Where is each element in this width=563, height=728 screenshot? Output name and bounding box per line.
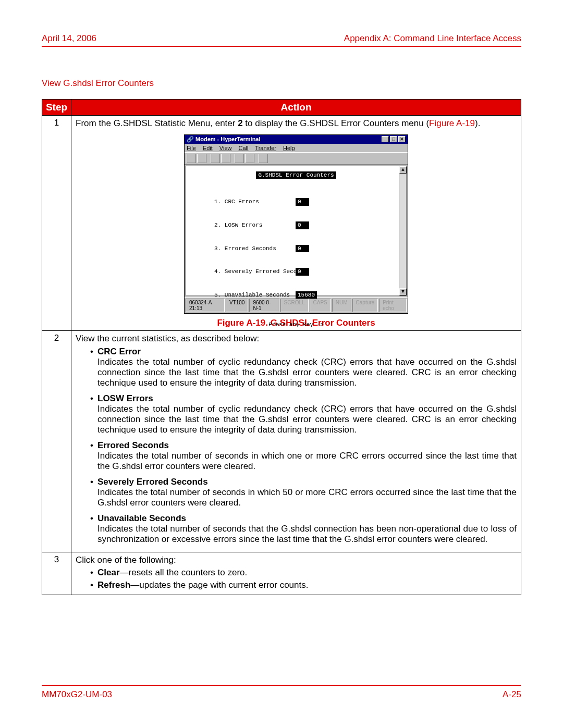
footer-rule	[42, 685, 521, 686]
menu-call[interactable]: Call	[239, 145, 249, 151]
list-item: Unavailable Seconds Indicates the total …	[90, 513, 517, 545]
th-step: Step	[42, 100, 71, 116]
menu-file[interactable]: File	[187, 145, 196, 151]
header-rule	[42, 46, 521, 47]
action-desc: —resets all the counters to zero.	[120, 567, 248, 577]
counter-label: 4. Severely Errored Seconds	[214, 268, 296, 276]
list-item: Clear—resets all the counters to zero.	[90, 567, 517, 578]
toolbar-call-icon[interactable]	[211, 154, 220, 163]
txt: to display the G.SHDSL Error Counters me…	[243, 118, 429, 128]
step-number: 2	[42, 330, 71, 552]
def-title: Errored Seconds	[97, 440, 517, 451]
counter-label: 5. Unavailable Seconds	[214, 291, 296, 299]
header-appendix: Appendix A: Command Line Interface Acces…	[344, 33, 521, 44]
hyperterminal-window: 🔗 Modem - HyperTerminal _ □ ✕ File Edit	[184, 134, 408, 314]
step-table: Step Action 1 From the G.SHDSL Statistic…	[42, 99, 521, 595]
txt: ).	[475, 118, 480, 128]
actions-list: Clear—resets all the counters to zero. R…	[76, 567, 517, 590]
counter-value: 0	[296, 198, 309, 206]
maximize-icon[interactable]: □	[390, 136, 397, 142]
table-row: 3 Click one of the following: Clear—rese…	[42, 552, 521, 595]
def-body: Indicates the total number of cyclic red…	[97, 357, 517, 388]
menubar: File Edit View Call Transfer Help	[185, 144, 408, 152]
counter-value: 0	[296, 221, 309, 229]
press-any-key: Press any key ->	[186, 322, 406, 328]
toolbar-hangup-icon[interactable]	[221, 154, 230, 163]
counter-label: 1. CRC Errors	[214, 198, 296, 206]
def-body: Indicates the total number of seconds in…	[97, 487, 517, 508]
action-name: Clear	[97, 567, 120, 577]
close-icon[interactable]: ✕	[398, 136, 406, 142]
app-icon: 🔗	[187, 136, 195, 142]
step-number: 3	[42, 552, 71, 595]
counter-value: 0	[296, 245, 309, 253]
def-body: Indicates the total number of seconds th…	[97, 524, 517, 545]
footer-page: A-25	[503, 689, 521, 700]
txt: From the G.SHDSL Statistic Menu, enter	[76, 118, 238, 128]
scroll-down-icon[interactable]: ▼	[399, 288, 407, 295]
list-item: Severely Errored Seconds Indicates the t…	[90, 477, 517, 508]
toolbar-properties-icon[interactable]	[259, 154, 268, 163]
counter-value: 0	[296, 268, 309, 276]
step1-text: From the G.SHDSL Statistic Menu, enter 2…	[76, 118, 517, 129]
menu-view[interactable]: View	[219, 145, 232, 151]
action-desc: —updates the page with current error cou…	[130, 580, 308, 590]
menu-help[interactable]: Help	[283, 145, 295, 151]
scrollbar[interactable]: ▲ ▼	[399, 166, 406, 295]
step3-intro: Click one of the following:	[76, 554, 517, 566]
toolbar-open-icon[interactable]	[197, 154, 206, 163]
toolbar-new-icon[interactable]	[187, 154, 196, 163]
counter-label: 3. Errored Seconds	[214, 245, 296, 253]
toolbar-send-icon[interactable]	[235, 154, 244, 163]
def-title: Severely Errored Seconds	[97, 477, 517, 487]
window-title: Modem - HyperTerminal	[195, 136, 261, 142]
action-name: Refresh	[97, 580, 130, 590]
terminal-heading: G.SHDSL Error Counters	[256, 171, 336, 179]
counter-value: 15680	[296, 291, 317, 299]
list-item: LOSW Errors Indicates the total number o…	[90, 393, 517, 435]
txt-bold: 2	[238, 118, 242, 128]
menu-transfer[interactable]: Transfer	[255, 145, 276, 151]
header-date: April 14, 2006	[42, 33, 96, 44]
step-number: 1	[42, 116, 71, 331]
def-body: Indicates the total number of seconds in…	[97, 451, 517, 472]
th-action: Action	[71, 100, 521, 116]
minimize-icon[interactable]: _	[382, 136, 389, 142]
list-item: Errored Seconds Indicates the total numb…	[90, 440, 517, 472]
def-title: CRC Error	[97, 347, 517, 357]
table-row: 1 From the G.SHDSL Statistic Menu, enter…	[42, 116, 521, 331]
section-title: View G.shdsl Error Counters	[42, 78, 521, 89]
definitions-list: CRC Error Indicates the total number of …	[76, 347, 517, 545]
def-title: Unavailable Seconds	[97, 513, 517, 524]
toolbar-receive-icon[interactable]	[245, 154, 254, 163]
def-title: LOSW Errors	[97, 393, 517, 404]
terminal-lines: 1. CRC Errors0 2. LOSW Errors0 3. Errore…	[186, 183, 406, 314]
toolbar	[185, 152, 408, 165]
titlebar: 🔗 Modem - HyperTerminal _ □ ✕	[185, 135, 408, 144]
table-row: 2 View the current statistics, as descri…	[42, 330, 521, 552]
def-body: Indicates the total number of cyclic red…	[97, 404, 517, 435]
counter-label: 2. LOSW Errors	[214, 221, 296, 229]
menu-edit[interactable]: Edit	[203, 145, 213, 151]
figure-ref[interactable]: Figure A-19	[429, 118, 475, 128]
list-item: CRC Error Indicates the total number of …	[90, 347, 517, 388]
footer-doc: MM70xG2-UM-03	[42, 689, 112, 700]
terminal: ▲ ▼ G.SHDSL Error Counters 1. CRC Errors…	[186, 166, 407, 296]
step2-intro: View the current statistics, as describe…	[76, 333, 517, 344]
list-item: Refresh—updates the page with current er…	[90, 580, 517, 590]
scroll-up-icon[interactable]: ▲	[399, 166, 407, 174]
